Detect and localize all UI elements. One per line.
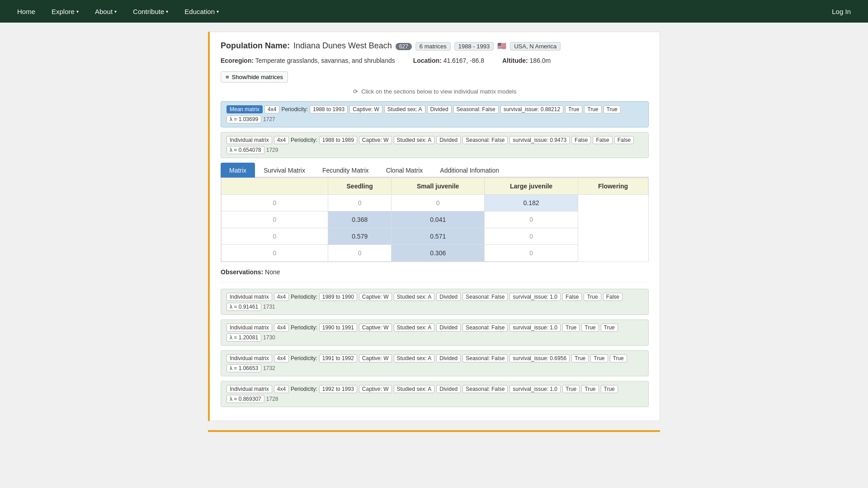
matrix-col-header: Flowering <box>578 178 648 195</box>
matrix-row[interactable]: Individual matrix4x4Periodicity:1989 to … <box>221 289 649 315</box>
click-info: ⟳ Click on the sections below to view in… <box>221 88 649 95</box>
observations-value: None <box>265 268 280 276</box>
matrix-pill: survival_issue: 0.88212 <box>500 105 563 113</box>
matrix-pill: Studied sex: A <box>394 354 435 362</box>
location-label: Location: <box>413 57 442 64</box>
matrix-pill: Individual matrix <box>226 385 272 393</box>
login-button[interactable]: Log In <box>824 8 859 15</box>
matrix-pill: Seasonal: False <box>462 293 508 301</box>
matrix-pill: survival_issue: 1.0 <box>509 385 561 393</box>
pop-name-value: Indiana Dunes West Beach <box>293 41 392 51</box>
matrix-cell: 0 <box>392 195 485 211</box>
location-value: 41.6167, -86.8 <box>443 57 484 64</box>
matrix-col-header: Large juvenile <box>485 178 578 195</box>
matrix-row[interactable]: Individual matrix4x4Periodicity:1991 to … <box>221 350 649 376</box>
nav-contribute[interactable]: Contribute ▾ <box>125 0 176 23</box>
show-hide-button[interactable]: ≡ Show/hide matrices <box>221 71 288 83</box>
tab-matrix[interactable]: Matrix <box>221 163 255 178</box>
matrix-cell: 0 <box>222 228 328 245</box>
matrix-cell: 0.041 <box>392 211 485 228</box>
main-content: Population Name: Indiana Dunes West Beac… <box>208 32 660 421</box>
tab-bar: MatrixSurvival MatrixFecundity MatrixClo… <box>221 163 649 178</box>
matrix-pill: False <box>614 136 634 144</box>
matrix-pill: True <box>565 105 582 113</box>
matrix-id: 1731 <box>263 304 275 310</box>
tab-survival-matrix[interactable]: Survival Matrix <box>255 163 314 178</box>
matrix-pill: False <box>571 136 591 144</box>
matrix-row[interactable]: Mean matrix4x4Periodicity:1988 to 1993Ca… <box>221 101 649 127</box>
matrix-pill: True <box>562 385 580 393</box>
matrix-pill: Captive: W <box>359 354 392 362</box>
matrix-pill: Seasonal: False <box>462 136 508 144</box>
matrix-pill: True <box>581 324 599 332</box>
matrix-row[interactable]: Individual matrix4x4Periodicity:1990 to … <box>221 319 649 346</box>
matrix-id: 1727 <box>263 116 275 122</box>
matrix-pill: True <box>601 385 618 393</box>
matrix-pill: Studied sex: A <box>394 324 435 332</box>
matrix-pill: True <box>590 354 608 362</box>
nav-items: Home Explore ▾ About ▾ Contribute ▾ Educ… <box>9 0 824 23</box>
pop-location-pill: USA, N America <box>510 42 561 51</box>
matrix-pill: λ = 1.06653 <box>226 364 261 372</box>
altitude-label: Altitude: <box>502 57 528 64</box>
nav-explore[interactable]: Explore ▾ <box>43 0 87 23</box>
matrix-pill: Individual matrix <box>226 293 272 301</box>
matrix-tbody: 0000.18200.3680.041000.5790.5710000.3060 <box>222 195 648 262</box>
matrix-pill: True <box>604 105 621 113</box>
matrix-pill: survival_issue: 0.6956 <box>509 354 570 362</box>
matrix-row[interactable]: Individual matrix4x4Periodicity:1992 to … <box>221 381 649 407</box>
matrix-pill: λ = 0.869307 <box>226 395 264 403</box>
matrix-pill: Individual matrix <box>226 136 272 144</box>
pop-location: Location: 41.6167, -86.8 <box>413 57 484 64</box>
nav-about[interactable]: About ▾ <box>87 0 125 23</box>
matrix-cell: 0 <box>222 195 328 211</box>
tab-clonal-matrix[interactable]: Clonal Matrix <box>377 163 432 178</box>
navbar: Home Explore ▾ About ▾ Contribute ▾ Educ… <box>0 0 868 23</box>
matrix-pill: Divided <box>436 136 461 144</box>
matrix-cell: 0.306 <box>392 245 485 262</box>
matrix-row[interactable]: Individual matrix4x4Periodicity:1988 to … <box>221 132 649 158</box>
chevron-down-icon: ▾ <box>166 9 168 14</box>
matrix-cell: 0 <box>485 228 578 245</box>
matrix-pill: survival_issue: 0.9473 <box>509 136 570 144</box>
matrix-pill: True <box>601 324 618 332</box>
matrix-pill: λ = 1.03699 <box>226 115 261 123</box>
matrix-cell: 0 <box>222 211 328 228</box>
matrix-col-header: Small juvenile <box>392 178 485 195</box>
matrix-pill: 1988 to 1989 <box>319 136 357 144</box>
matrix-pill: 4x4 <box>274 385 289 393</box>
matrix-id: 1730 <box>263 334 275 341</box>
tab-additional-infomation[interactable]: Additional Infomation <box>431 163 508 178</box>
matrix-pill: True <box>610 354 627 362</box>
matrix-pill: Studied sex: A <box>394 136 435 144</box>
matrix-pill: Divided <box>436 293 461 301</box>
matrix-pill: True <box>581 385 599 393</box>
matrix-pill: False <box>593 136 612 144</box>
tab-fecundity-matrix[interactable]: Fecundity Matrix <box>314 163 377 178</box>
matrix-table-wrap: SeedlingSmall juvenileLarge juvenileFlow… <box>221 178 649 262</box>
matrix-cell: 0.579 <box>328 228 392 245</box>
matrix-pill: 1992 to 1993 <box>319 385 357 393</box>
pop-meta: Ecoregion: Temperate grasslands, savanna… <box>221 57 649 64</box>
matrix-pill: Divided <box>436 324 461 332</box>
matrix-pill: Seasonal: False <box>453 105 499 113</box>
matrix-cell: 0.368 <box>328 211 392 228</box>
observations: Observations: None <box>221 268 649 276</box>
matrix-pill: 1991 to 1992 <box>319 354 357 362</box>
matrix-id: 1729 <box>266 147 278 153</box>
bottom-accent <box>208 430 660 432</box>
matrix-pill: Seasonal: False <box>462 324 508 332</box>
matrix-pill: Captive: W <box>359 293 392 301</box>
matrix-pill: Divided <box>436 385 461 393</box>
altitude-value: 186.0m <box>530 57 551 64</box>
nav-education[interactable]: Education ▾ <box>176 0 227 23</box>
pop-matrices-pill: 6 matrices <box>415 42 451 51</box>
matrix-pill: Captive: W <box>359 136 392 144</box>
matrix-pill: 1990 to 1991 <box>319 324 357 332</box>
matrix-pill: 4x4 <box>274 324 289 332</box>
chevron-down-icon: ▾ <box>217 9 219 14</box>
pop-ecoregion: Ecoregion: Temperate grasslands, savanna… <box>221 57 395 64</box>
matrix-pill: Mean matrix <box>226 105 263 113</box>
nav-home[interactable]: Home <box>9 0 43 23</box>
table-icon: ≡ <box>226 74 229 80</box>
